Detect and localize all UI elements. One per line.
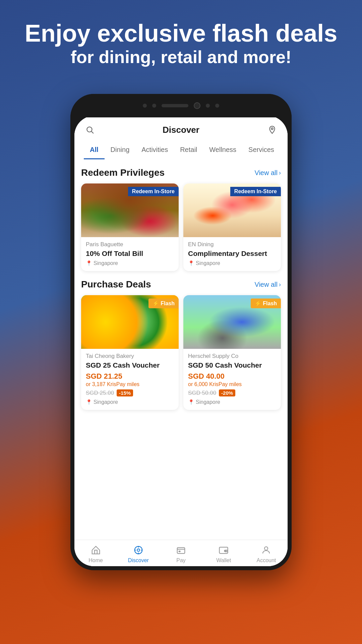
purchase-card-image-1: ⚡ Flash — [81, 295, 179, 349]
purchase-section-header: Purchase Deals View all › — [81, 279, 281, 290]
discount-badge-2: -20% — [219, 389, 235, 396]
nav-home-label: Home — [88, 557, 103, 564]
purchase-location-1: 📍 Singapore — [86, 399, 174, 405]
home-icon — [90, 544, 102, 556]
phone-screen: Discover All Dining Activities Retail We… — [74, 116, 288, 566]
page-title: Discover — [96, 125, 266, 135]
app-header: Discover All Dining Activities Retail We… — [74, 116, 288, 159]
category-tabs: All Dining Activities Retail Wellness Se… — [84, 143, 278, 159]
purchase-title-2: SGD 50 Cash Voucher — [188, 361, 276, 369]
card-merchant-1: Paris Baguette — [86, 241, 174, 248]
card-location-2: 📍 Singapore — [188, 260, 276, 266]
nav-pay[interactable]: Pay — [160, 544, 202, 564]
redeem-card-en-dining[interactable]: Redeem In-Store EN Dining Complimentary … — [183, 183, 281, 271]
purchase-view-all-chevron: › — [279, 281, 281, 288]
nav-account[interactable]: Account — [245, 544, 288, 564]
nav-wallet[interactable]: Wallet — [202, 544, 245, 564]
svg-line-1 — [92, 131, 94, 133]
svg-point-2 — [271, 128, 273, 129]
wallet-icon — [218, 544, 230, 556]
svg-rect-11 — [179, 551, 180, 552]
purchase-price-2: SGD 40.00 — [188, 372, 276, 381]
redeem-badge-1: Redeem In-Store — [128, 187, 179, 196]
purchase-card-image-2: ⚡ Flash — [183, 295, 281, 349]
tab-dining[interactable]: Dining — [105, 143, 136, 159]
card-info: Paris Baguette 10% Off Total Bill 📍 Sing… — [81, 237, 179, 271]
svg-rect-9 — [177, 548, 185, 554]
purchase-merchant-1: Tai Cheong Bakery — [86, 353, 174, 360]
purchase-section-title: Purchase Deals — [81, 279, 151, 290]
svg-point-14 — [264, 547, 268, 550]
headline-line2: for dining, retail and more! — [20, 47, 342, 67]
tab-retail[interactable]: Retail — [174, 143, 203, 159]
purchase-section: Purchase Deals View all › ⚡ — [74, 274, 288, 419]
purchase-merchant-2: Herschel Supply Co — [188, 353, 276, 360]
nav-pay-label: Pay — [176, 557, 186, 564]
purchase-location-pin-2: 📍 — [188, 399, 194, 405]
svg-point-0 — [87, 127, 92, 132]
phone-frame: Discover All Dining Activities Retail We… — [70, 94, 292, 570]
redeem-section-header: Redeem Privileges View all › — [81, 167, 281, 178]
phone-dot-left2 — [152, 104, 156, 108]
background-headline: Enjoy exclusive flash deals for dining, … — [0, 20, 362, 68]
nav-discover-label: Discover — [128, 557, 149, 564]
redeem-section-title: Redeem Privileges — [81, 167, 165, 178]
purchase-card-tai-cheong[interactable]: ⚡ Flash Tai Cheong Bakery SGD 25 Cash Vo… — [81, 295, 179, 410]
flash-icon-1: ⚡ — [153, 300, 159, 307]
tab-all[interactable]: All — [84, 143, 105, 159]
card-image-wrapper-2: Redeem In-Store — [183, 183, 281, 237]
scroll-content: Redeem Privileges View all › Redeem In-S… — [74, 159, 288, 540]
nav-discover[interactable]: Discover — [117, 544, 160, 564]
purchase-original-price-1: SGD 25.00 -15% — [86, 389, 174, 396]
nav-account-label: Account — [257, 557, 276, 564]
purchase-card-info-1: Tai Cheong Bakery SGD 25 Cash Voucher SG… — [81, 349, 179, 410]
tab-activities[interactable]: Activities — [135, 143, 174, 159]
original-price-text-2: SGD 50.00 — [188, 390, 216, 396]
purchase-view-all[interactable]: View all › — [254, 281, 281, 288]
redeem-view-all[interactable]: View all › — [254, 169, 281, 177]
pay-icon — [175, 544, 187, 556]
location-icon[interactable] — [266, 124, 278, 136]
headline-line1: Enjoy exclusive flash deals — [20, 20, 342, 47]
phone-top-bar — [70, 94, 292, 117]
purchase-title-1: SGD 25 Cash Voucher — [86, 361, 174, 369]
purchase-location-pin-1: 📍 — [86, 399, 92, 405]
card-title-1: 10% Off Total Bill — [86, 249, 174, 258]
location-pin-icon-2: 📍 — [188, 260, 194, 266]
nav-home[interactable]: Home — [74, 544, 117, 564]
view-all-chevron: › — [279, 169, 281, 176]
app-content: Discover All Dining Activities Retail We… — [74, 116, 288, 566]
nav-wallet-label: Wallet — [216, 557, 231, 564]
svg-point-13 — [225, 550, 226, 551]
flash-icon-2: ⚡ — [255, 300, 261, 307]
purchase-miles-1: or 3,187 KrisPay miles — [86, 381, 174, 387]
redeem-badge-2: Redeem In-Store — [230, 187, 281, 196]
tab-services[interactable]: Services — [242, 143, 278, 159]
redeem-cards-grid: Redeem In-Store Paris Baguette 10% Off T… — [81, 183, 281, 271]
card-title-2: Complimentary Dessert — [188, 249, 276, 258]
search-icon[interactable] — [84, 124, 96, 136]
purchase-location-2: 📍 Singapore — [188, 399, 276, 405]
tab-wellness[interactable]: Wellness — [203, 143, 242, 159]
phone-speaker — [162, 104, 188, 107]
redeem-section: Redeem Privileges View all › Redeem In-S… — [74, 159, 288, 274]
discount-badge-1: -15% — [117, 389, 133, 396]
purchase-original-price-2: SGD 50.00 -20% — [188, 389, 276, 396]
account-icon — [260, 544, 272, 556]
redeem-card-paris-baguette[interactable]: Redeem In-Store Paris Baguette 10% Off T… — [81, 183, 179, 271]
phone-camera — [194, 102, 200, 109]
bottom-nav: Home Discover Pay — [74, 540, 288, 566]
phone-dot-right — [206, 104, 210, 108]
card-location-1: 📍 Singapore — [86, 260, 174, 266]
flash-badge-1: ⚡ Flash — [148, 299, 179, 308]
header-top: Discover — [84, 124, 278, 136]
purchase-miles-2: or 6,000 KrisPay miles — [188, 381, 276, 387]
svg-point-4 — [137, 549, 140, 551]
flash-badge-2: ⚡ Flash — [251, 299, 281, 308]
purchase-card-herschel[interactable]: ⚡ Flash Herschel Supply Co SGD 50 Cash V… — [183, 295, 281, 410]
phone-dot-right2 — [215, 104, 219, 108]
location-pin-icon: 📍 — [86, 260, 92, 266]
card-info-2: EN Dining Complimentary Dessert 📍 Singap… — [183, 237, 281, 271]
phone-dot-left — [143, 104, 147, 108]
purchase-card-info-2: Herschel Supply Co SGD 50 Cash Voucher S… — [183, 349, 281, 410]
